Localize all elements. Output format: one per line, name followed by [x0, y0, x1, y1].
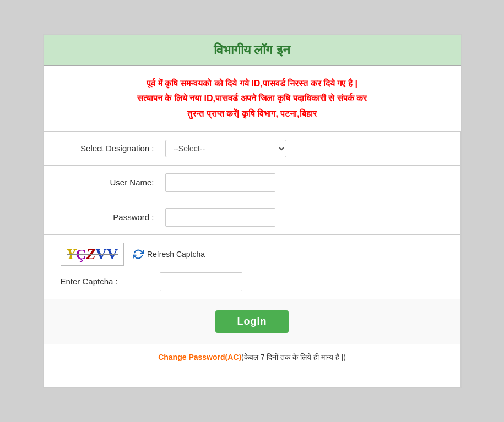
- username-input[interactable]: [165, 173, 275, 192]
- captcha-image-box: YÇZVV: [61, 243, 124, 266]
- change-password-link[interactable]: Change Password(AC): [158, 353, 241, 361]
- notice-text: पूर्व में कृषि समन्वयको को दिये गये ID,प…: [60, 76, 445, 121]
- change-password-row: Change Password(AC)(केवल 7 दिनों तक के ल…: [44, 344, 460, 370]
- captcha-y: Y: [67, 245, 76, 262]
- username-row: User Name:: [44, 166, 460, 200]
- refresh-captcha-label: Refresh Captcha: [147, 250, 205, 259]
- password-input-area: [165, 208, 449, 227]
- captcha-input[interactable]: [160, 272, 242, 291]
- designation-row: Select Designation : --Select--: [44, 132, 460, 166]
- notice-line2: सत्यापन के लिये नया ID,पासवर्ड अपने जिला…: [137, 94, 367, 103]
- captcha-chars: YÇZVV: [67, 245, 118, 263]
- password-input[interactable]: [165, 208, 275, 227]
- username-label: User Name:: [55, 178, 165, 187]
- refresh-icon: [133, 249, 144, 260]
- captcha-v1: V: [96, 245, 107, 262]
- password-row: Password :: [44, 200, 460, 235]
- main-container: विभागीय लॉग इन पूर्व में कृषि समन्वयको क…: [43, 34, 462, 388]
- bottom-row: [44, 370, 460, 387]
- login-button[interactable]: Login: [215, 310, 289, 333]
- captcha-c: Ç: [76, 246, 86, 262]
- refresh-captcha-button[interactable]: Refresh Captcha: [133, 249, 205, 260]
- captcha-input-row: Enter Captcha :: [55, 272, 449, 291]
- form-container: Select Designation : --Select-- User Nam…: [44, 131, 461, 387]
- captcha-display: YÇZVV Refresh Captcha: [55, 243, 449, 266]
- notice-line3: तुरन्त प्राप्त करें| कृषि विभाग, पटना,बि…: [187, 109, 317, 118]
- captcha-z: Z: [86, 245, 95, 262]
- username-input-area: [165, 173, 449, 192]
- captcha-row: YÇZVV Refresh Captcha Enter Captcha :: [44, 235, 460, 299]
- notice-line1: पूर्व में कृषि समन्वयको को दिये गये ID,प…: [147, 79, 357, 88]
- header-bar: विभागीय लॉग इन: [44, 35, 461, 66]
- captcha-v2: V: [107, 245, 118, 262]
- designation-select[interactable]: --Select--: [165, 140, 286, 157]
- notice-box: पूर्व में कृषि समन्वयको को दिये गये ID,प…: [44, 66, 461, 131]
- page-title: विभागीय लॉग इन: [214, 42, 290, 57]
- change-password-note: (केवल 7 दिनों तक के लिये ही मान्य है |): [241, 353, 346, 361]
- designation-input-area: --Select--: [165, 140, 449, 157]
- designation-label: Select Designation :: [55, 144, 165, 153]
- login-row: Login: [44, 299, 460, 344]
- password-label: Password :: [55, 212, 165, 222]
- captcha-label: Enter Captcha :: [61, 277, 149, 286]
